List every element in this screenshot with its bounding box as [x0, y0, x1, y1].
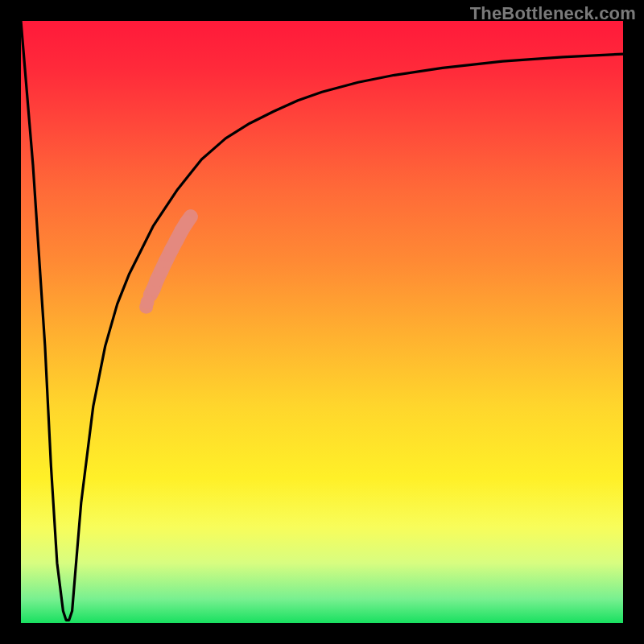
plot-area	[21, 21, 623, 623]
marker-band	[139, 217, 191, 314]
bottleneck-curve	[21, 21, 623, 620]
chart-frame: TheBottleneck.com	[0, 0, 644, 644]
marker-dot	[141, 295, 155, 309]
marker-segment	[187, 217, 191, 223]
curve-svg	[21, 21, 623, 623]
